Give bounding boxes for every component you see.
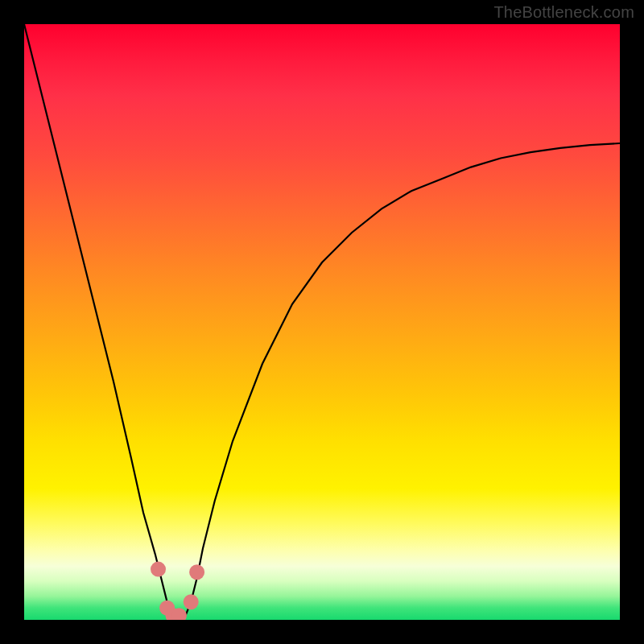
bottleneck-curve-line [24, 24, 620, 617]
marker-point [151, 562, 166, 577]
marker-point [189, 564, 204, 580]
chart-overlay [24, 24, 620, 620]
watermark-text: TheBottleneck.com [493, 3, 634, 22]
marker-points [151, 562, 204, 620]
marker-point [184, 594, 199, 609]
chart-frame: TheBottleneck.com [0, 0, 644, 644]
